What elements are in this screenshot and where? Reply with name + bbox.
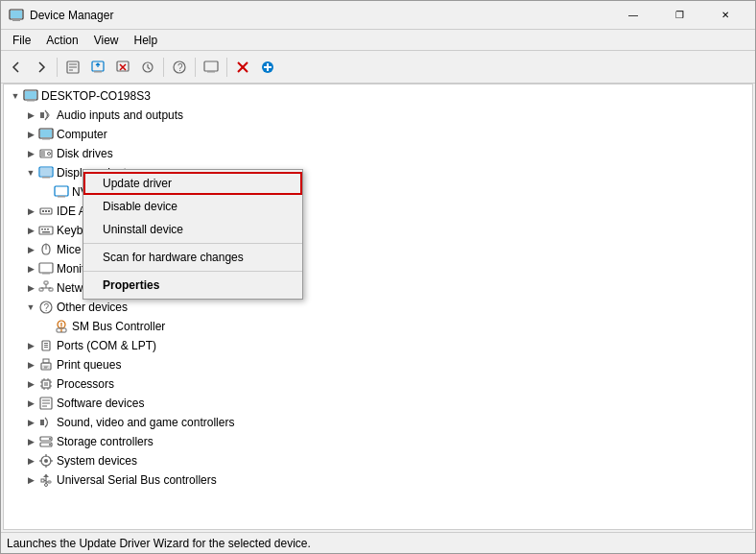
computer-button[interactable] [200,56,223,79]
svg-rect-61 [44,343,48,344]
svg-text:?: ? [177,62,183,73]
svg-rect-30 [41,151,45,157]
svg-rect-44 [47,229,49,230]
svg-rect-49 [44,281,48,284]
tree-label-system: System devices [57,454,137,468]
tree-label-storage: Storage controllers [57,435,154,448]
icon-proc [38,376,54,392]
icon-mice [38,242,54,257]
expand-software[interactable]: ▶ [23,396,38,411]
svg-point-86 [49,438,51,440]
ctx-properties[interactable]: Properties [83,274,302,297]
expand-keyboard[interactable]: ▶ [23,223,38,238]
ctx-uninstall-device[interactable]: Uninstall device [83,218,302,241]
tree-label-audio: Audio inputs and outputs [57,108,183,122]
icon-software [38,396,54,411]
svg-rect-47 [39,263,53,273]
status-bar: Launches the Update Driver Wizard for th… [1,532,755,553]
tree-item-storage[interactable]: ▶ Storage controllers [4,432,752,451]
expand-network[interactable]: ▶ [23,280,38,296]
expand-monitors[interactable]: ▶ [23,261,38,277]
expand-storage[interactable]: ▶ [23,434,38,449]
icon-display-child [54,184,69,200]
window-icon [9,8,24,23]
svg-rect-15 [204,61,218,71]
toolbar-sep-4 [226,58,227,77]
tree-item-usb[interactable]: ▶ Universal Serial Bus controllers [4,470,752,490]
expand-ide[interactable]: ▶ [23,204,38,219]
tree-item-sound[interactable]: ▶ Sound, video and game controllers [4,413,752,432]
ctx-scan-hardware[interactable]: Scan for hardware changes [83,246,302,269]
uninstall-button[interactable] [111,56,134,79]
properties-button[interactable] [61,56,84,79]
device-manager-window: Device Manager — ❐ ✕ File Action View He… [0,0,756,554]
tree-item-print[interactable]: ▶ Print queues [4,355,752,374]
add-button[interactable] [256,56,279,79]
context-menu: Update driver Disable device Uninstall d… [83,169,303,300]
tree-label-usb: Universal Serial Bus controllers [57,473,217,487]
svg-rect-65 [43,359,49,363]
expand-usb[interactable]: ▶ [23,472,38,488]
tree-item-audio[interactable]: ▶ Audio inputs and outputs [4,106,752,125]
window-controls: — ❐ ✕ [611,1,747,30]
svg-rect-95 [41,479,44,482]
menu-view[interactable]: View [86,32,127,49]
expand-print[interactable]: ▶ [23,357,38,373]
device-tree[interactable]: ▼ DESKTOP-CO198S3 ▶ [4,84,752,529]
toolbar-sep-1 [57,58,58,77]
expand-display[interactable]: ▼ [23,165,38,181]
svg-rect-63 [44,347,48,348]
window-title: Device Manager [30,9,611,22]
expand-ports[interactable]: ▶ [23,338,38,353]
svg-rect-2 [11,11,22,18]
icon-ide [38,204,54,219]
expand-system[interactable]: ▶ [23,453,38,469]
update-driver-toolbar-button[interactable] [86,56,109,79]
back-button[interactable] [5,56,28,79]
svg-rect-62 [44,345,48,346]
svg-rect-43 [44,229,46,230]
ctx-disable-device[interactable]: Disable device [83,195,302,218]
tree-item-proc[interactable]: ▶ Processors [4,374,752,394]
menu-action[interactable]: Action [38,32,85,49]
expand-proc[interactable]: ▶ [23,376,38,392]
restore-button[interactable]: ❐ [657,1,701,30]
tree-item-disk[interactable]: ▶ Disk drives [4,144,752,163]
tree-item-computer[interactable]: ▶ Computer [4,125,752,144]
help-button[interactable]: ? [168,56,191,79]
ctx-update-driver[interactable]: Update driver [83,172,302,195]
svg-rect-42 [41,229,43,230]
tree-item-root[interactable]: ▼ DESKTOP-CO198S3 [4,86,752,106]
toolbar-sep-3 [195,58,196,77]
expand-disk[interactable]: ▶ [23,146,38,161]
tree-item-system[interactable]: ▶ System devices [4,451,752,470]
svg-rect-23 [27,100,35,102]
minimize-button[interactable]: — [611,1,655,30]
tree-item-software[interactable]: ▶ Software devices [4,394,752,413]
svg-rect-28 [40,130,52,137]
expand-audio[interactable]: ▶ [23,108,38,123]
tree-label-smbus: SM Bus Controller [72,320,165,333]
menu-file[interactable]: File [5,32,38,49]
svg-rect-1 [12,19,20,21]
svg-rect-40 [48,210,50,212]
tree-item-ports[interactable]: ▶ Ports (COM & LPT) [4,336,752,355]
expand-root[interactable]: ▼ [8,88,23,104]
tree-item-other[interactable]: ▼ ? Other devices [4,298,752,317]
scan-toolbar-button[interactable] [136,56,159,79]
title-bar: Device Manager — ❐ ✕ [1,1,755,30]
forward-button[interactable] [30,56,53,79]
expand-sound[interactable]: ▶ [23,415,38,430]
expand-other[interactable]: ▼ [23,300,38,315]
tree-item-smbus[interactable]: ! SM Bus Controller [4,317,752,336]
close-button[interactable]: ✕ [703,1,747,30]
expand-computer[interactable]: ▶ [23,127,38,142]
ctx-sep-2 [83,271,302,272]
svg-rect-36 [58,196,65,198]
menu-help[interactable]: Help [127,32,166,49]
expand-display-child [38,184,54,200]
delete-button[interactable] [231,56,254,79]
expand-mice[interactable]: ▶ [23,242,38,257]
svg-rect-27 [42,138,50,140]
svg-rect-97 [48,481,51,483]
